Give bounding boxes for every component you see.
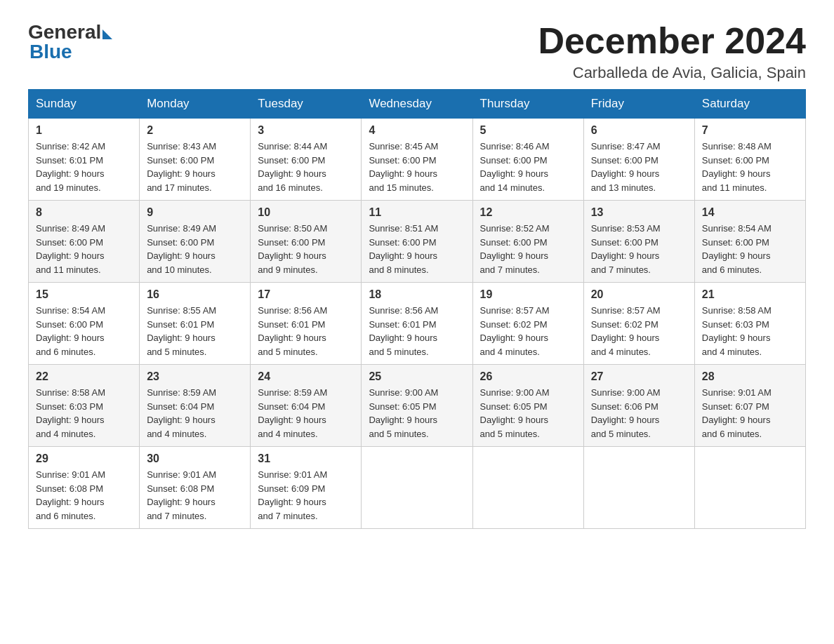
logo: General Blue: [28, 21, 112, 63]
calendar-day-cell: 15 Sunrise: 8:54 AMSunset: 6:00 PMDaylig…: [29, 283, 140, 365]
day-info: Sunrise: 8:51 AMSunset: 6:00 PMDaylight:…: [369, 223, 438, 275]
calendar-day-cell: 27 Sunrise: 9:00 AMSunset: 6:06 PMDaylig…: [583, 365, 694, 447]
day-number: 16: [147, 288, 243, 301]
day-info: Sunrise: 9:01 AMSunset: 6:08 PMDaylight:…: [36, 469, 105, 521]
calendar-day-cell: 11 Sunrise: 8:51 AMSunset: 6:00 PMDaylig…: [362, 201, 472, 283]
header-thursday: Thursday: [472, 90, 583, 119]
calendar-day-cell: 14 Sunrise: 8:54 AMSunset: 6:00 PMDaylig…: [694, 201, 805, 283]
calendar-day-cell: 26 Sunrise: 9:00 AMSunset: 6:05 PMDaylig…: [472, 365, 583, 447]
calendar-day-cell: 13 Sunrise: 8:53 AMSunset: 6:00 PMDaylig…: [583, 201, 694, 283]
header-tuesday: Tuesday: [251, 90, 362, 119]
day-number: 26: [480, 370, 576, 383]
day-number: 22: [36, 370, 132, 383]
empty-cell: [694, 447, 805, 529]
day-info: Sunrise: 8:46 AMSunset: 6:00 PMDaylight:…: [480, 141, 550, 193]
day-info: Sunrise: 8:59 AMSunset: 6:04 PMDaylight:…: [258, 387, 327, 439]
calendar-day-cell: 8 Sunrise: 8:49 AMSunset: 6:00 PMDayligh…: [29, 201, 140, 283]
day-number: 27: [591, 370, 687, 383]
calendar-day-cell: 23 Sunrise: 8:59 AMSunset: 6:04 PMDaylig…: [140, 365, 251, 447]
empty-cell: [472, 447, 583, 529]
location-subtitle: Carballeda de Avia, Galicia, Spain: [538, 64, 806, 82]
calendar-day-cell: 29 Sunrise: 9:01 AMSunset: 6:08 PMDaylig…: [29, 447, 140, 529]
day-number: 15: [36, 288, 132, 301]
day-number: 29: [36, 452, 132, 465]
day-number: 13: [591, 206, 687, 219]
day-number: 31: [258, 452, 354, 465]
day-info: Sunrise: 8:57 AMSunset: 6:02 PMDaylight:…: [480, 305, 550, 357]
day-info: Sunrise: 8:42 AMSunset: 6:01 PMDaylight:…: [36, 141, 105, 193]
calendar-day-cell: 7 Sunrise: 8:48 AMSunset: 6:00 PMDayligh…: [694, 119, 805, 201]
day-number: 5: [480, 124, 576, 137]
logo-blue-text: Blue: [29, 41, 72, 63]
day-info: Sunrise: 8:49 AMSunset: 6:00 PMDaylight:…: [147, 223, 216, 275]
day-number: 24: [258, 370, 354, 383]
day-number: 20: [591, 288, 687, 301]
day-number: 25: [369, 370, 465, 383]
calendar-day-cell: 3 Sunrise: 8:44 AMSunset: 6:00 PMDayligh…: [251, 119, 362, 201]
calendar-day-cell: 28 Sunrise: 9:01 AMSunset: 6:07 PMDaylig…: [694, 365, 805, 447]
calendar-day-cell: 10 Sunrise: 8:50 AMSunset: 6:00 PMDaylig…: [251, 201, 362, 283]
day-info: Sunrise: 8:59 AMSunset: 6:04 PMDaylight:…: [147, 387, 216, 439]
day-number: 1: [36, 124, 132, 137]
day-info: Sunrise: 8:53 AMSunset: 6:00 PMDaylight:…: [591, 223, 661, 275]
day-number: 14: [702, 206, 798, 219]
day-number: 11: [369, 206, 465, 219]
calendar-table: Sunday Monday Tuesday Wednesday Thursday…: [28, 89, 806, 529]
day-number: 10: [258, 206, 354, 219]
logo-arrow-icon: [102, 29, 112, 39]
calendar-day-cell: 2 Sunrise: 8:43 AMSunset: 6:00 PMDayligh…: [140, 119, 251, 201]
calendar-day-cell: 24 Sunrise: 8:59 AMSunset: 6:04 PMDaylig…: [251, 365, 362, 447]
calendar-day-cell: 30 Sunrise: 9:01 AMSunset: 6:08 PMDaylig…: [140, 447, 251, 529]
header-friday: Friday: [583, 90, 694, 119]
calendar-day-cell: 31 Sunrise: 9:01 AMSunset: 6:09 PMDaylig…: [251, 447, 362, 529]
day-info: Sunrise: 9:00 AMSunset: 6:05 PMDaylight:…: [480, 387, 550, 439]
day-number: 7: [702, 124, 798, 137]
calendar-week-row: 1 Sunrise: 8:42 AMSunset: 6:01 PMDayligh…: [29, 119, 806, 201]
empty-cell: [362, 447, 472, 529]
calendar-day-cell: 25 Sunrise: 9:00 AMSunset: 6:05 PMDaylig…: [362, 365, 472, 447]
day-info: Sunrise: 8:52 AMSunset: 6:00 PMDaylight:…: [480, 223, 550, 275]
day-number: 12: [480, 206, 576, 219]
calendar-day-cell: 20 Sunrise: 8:57 AMSunset: 6:02 PMDaylig…: [583, 283, 694, 365]
header-monday: Monday: [140, 90, 251, 119]
day-info: Sunrise: 8:48 AMSunset: 6:00 PMDaylight:…: [702, 141, 772, 193]
day-number: 30: [147, 452, 243, 465]
day-info: Sunrise: 8:56 AMSunset: 6:01 PMDaylight:…: [258, 305, 327, 357]
header-saturday: Saturday: [694, 90, 805, 119]
calendar-day-cell: 17 Sunrise: 8:56 AMSunset: 6:01 PMDaylig…: [251, 283, 362, 365]
day-info: Sunrise: 9:00 AMSunset: 6:05 PMDaylight:…: [369, 387, 438, 439]
day-number: 23: [147, 370, 243, 383]
day-number: 19: [480, 288, 576, 301]
day-number: 3: [258, 124, 354, 137]
day-info: Sunrise: 8:54 AMSunset: 6:00 PMDaylight:…: [36, 305, 105, 357]
day-number: 6: [591, 124, 687, 137]
day-info: Sunrise: 8:58 AMSunset: 6:03 PMDaylight:…: [36, 387, 105, 439]
calendar-day-cell: 16 Sunrise: 8:55 AMSunset: 6:01 PMDaylig…: [140, 283, 251, 365]
calendar-day-cell: 6 Sunrise: 8:47 AMSunset: 6:00 PMDayligh…: [583, 119, 694, 201]
calendar-day-cell: 4 Sunrise: 8:45 AMSunset: 6:00 PMDayligh…: [362, 119, 472, 201]
page-header: General Blue December 2024 Carballeda de…: [28, 21, 806, 82]
calendar-day-cell: 5 Sunrise: 8:46 AMSunset: 6:00 PMDayligh…: [472, 119, 583, 201]
calendar-header-row: Sunday Monday Tuesday Wednesday Thursday…: [29, 90, 806, 119]
day-number: 18: [369, 288, 465, 301]
calendar-day-cell: 21 Sunrise: 8:58 AMSunset: 6:03 PMDaylig…: [694, 283, 805, 365]
day-info: Sunrise: 8:58 AMSunset: 6:03 PMDaylight:…: [702, 305, 772, 357]
day-info: Sunrise: 8:54 AMSunset: 6:00 PMDaylight:…: [702, 223, 772, 275]
empty-cell: [583, 447, 694, 529]
day-info: Sunrise: 8:44 AMSunset: 6:00 PMDaylight:…: [258, 141, 327, 193]
day-info: Sunrise: 8:45 AMSunset: 6:00 PMDaylight:…: [369, 141, 438, 193]
day-number: 2: [147, 124, 243, 137]
calendar-week-row: 22 Sunrise: 8:58 AMSunset: 6:03 PMDaylig…: [29, 365, 806, 447]
calendar-day-cell: 22 Sunrise: 8:58 AMSunset: 6:03 PMDaylig…: [29, 365, 140, 447]
calendar-week-row: 29 Sunrise: 9:01 AMSunset: 6:08 PMDaylig…: [29, 447, 806, 529]
day-info: Sunrise: 8:49 AMSunset: 6:00 PMDaylight:…: [36, 223, 105, 275]
title-section: December 2024 Carballeda de Avia, Galici…: [538, 21, 806, 82]
calendar-week-row: 15 Sunrise: 8:54 AMSunset: 6:00 PMDaylig…: [29, 283, 806, 365]
day-number: 17: [258, 288, 354, 301]
calendar-day-cell: 18 Sunrise: 8:56 AMSunset: 6:01 PMDaylig…: [362, 283, 472, 365]
day-info: Sunrise: 8:56 AMSunset: 6:01 PMDaylight:…: [369, 305, 438, 357]
day-number: 21: [702, 288, 798, 301]
day-info: Sunrise: 9:01 AMSunset: 6:09 PMDaylight:…: [258, 469, 327, 521]
day-info: Sunrise: 9:01 AMSunset: 6:07 PMDaylight:…: [702, 387, 772, 439]
calendar-day-cell: 9 Sunrise: 8:49 AMSunset: 6:00 PMDayligh…: [140, 201, 251, 283]
